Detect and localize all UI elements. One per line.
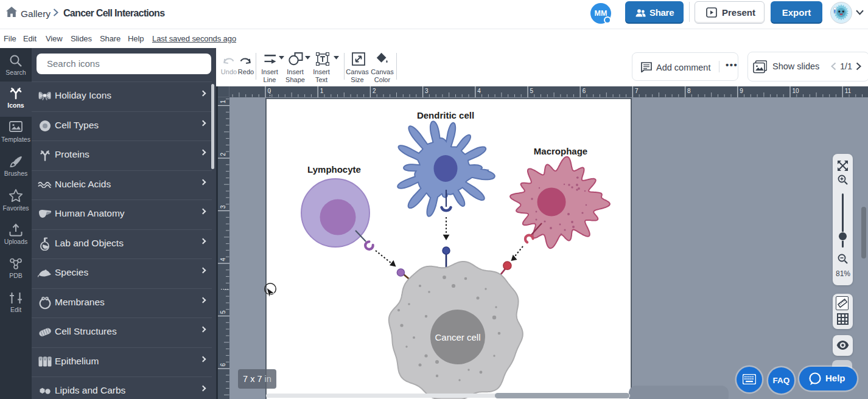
svg-text:Cancer cell: Cancer cell: [435, 332, 480, 342]
svg-text:2: 2: [373, 88, 376, 94]
svg-text:5: 5: [220, 310, 226, 314]
svg-text:Lymphocyte: Lymphocyte: [307, 164, 361, 175]
svg-text:1: 1: [320, 88, 324, 94]
svg-text:9: 9: [740, 88, 743, 94]
svg-text:4: 4: [220, 258, 226, 262]
svg-text:6: 6: [220, 363, 226, 367]
svg-text:1: 1: [220, 100, 226, 103]
svg-text:3: 3: [425, 88, 429, 94]
svg-text:10: 10: [793, 88, 800, 94]
svg-text:8: 8: [687, 88, 691, 94]
svg-text:11: 11: [845, 88, 852, 94]
svg-text:Macrophage: Macrophage: [534, 146, 587, 156]
svg-text:3: 3: [220, 205, 226, 209]
svg-text:2: 2: [220, 153, 226, 156]
svg-text:5: 5: [530, 88, 534, 94]
svg-text:Dendritic cell: Dendritic cell: [417, 110, 474, 120]
svg-text:7: 7: [635, 88, 639, 94]
svg-text:0: 0: [268, 88, 271, 94]
svg-text:6: 6: [583, 88, 586, 94]
svg-text:4: 4: [477, 88, 481, 94]
